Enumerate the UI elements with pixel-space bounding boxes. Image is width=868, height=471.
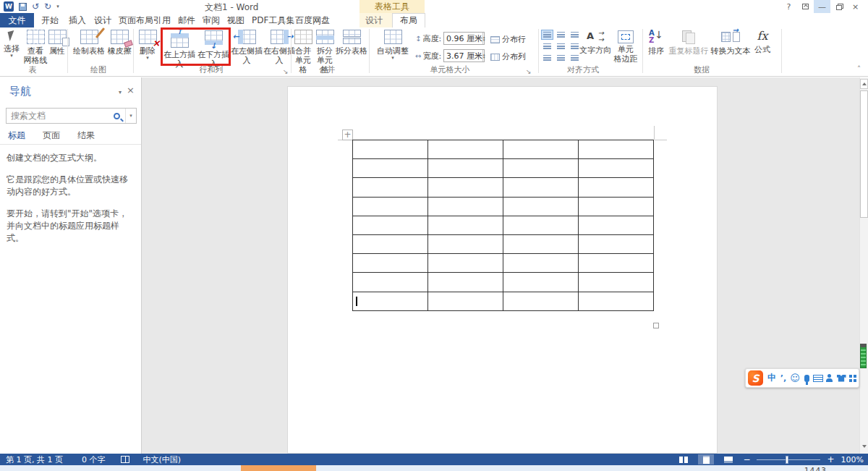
nav-tab-results[interactable]: 结果 — [77, 130, 95, 142]
collapse-ribbon-icon[interactable]: ˄ — [857, 65, 861, 73]
tab-references[interactable]: 引用 — [153, 13, 171, 27]
table-cell[interactable] — [503, 140, 579, 159]
ime-skin-icon[interactable] — [835, 370, 847, 386]
spin-down-icon[interactable]: ▾ — [483, 38, 485, 41]
table-cell[interactable] — [503, 254, 579, 273]
table-cell[interactable] — [579, 159, 654, 178]
tab-page-layout[interactable]: 页面布局 — [119, 13, 153, 27]
table-cell[interactable] — [428, 178, 503, 197]
cell-size-dialog-launcher-icon[interactable]: ↘ — [526, 68, 532, 75]
table-cell[interactable] — [503, 273, 579, 292]
print-layout-icon[interactable] — [698, 454, 714, 464]
tab-mailings[interactable]: 邮件 — [178, 13, 195, 27]
zoom-level[interactable]: 100% — [841, 455, 864, 464]
align-top-left-button[interactable] — [541, 30, 553, 40]
sort-button[interactable]: A Z ↓ 排序 — [645, 29, 667, 56]
tab-file[interactable]: 文件 — [0, 13, 34, 27]
table-cell[interactable] — [353, 178, 428, 197]
table-cell[interactable] — [353, 197, 428, 216]
text-direction-button[interactable]: A → → 文字方向 — [579, 29, 612, 55]
table-cell[interactable] — [503, 234, 579, 253]
table-cell[interactable] — [503, 292, 579, 310]
web-layout-icon[interactable] — [720, 454, 736, 464]
table-cell[interactable] — [428, 140, 503, 159]
convert-to-text-button[interactable]: → 转换为文本 — [710, 29, 751, 56]
scroll-down-icon[interactable] — [860, 441, 868, 451]
word-count[interactable]: 0 个字 — [82, 454, 106, 465]
table-move-handle[interactable]: + — [342, 130, 353, 140]
ime-dock-indicator[interactable] — [860, 344, 867, 368]
page-info[interactable]: 第 1 页, 共 1 页 — [6, 454, 63, 465]
table-cell[interactable] — [579, 178, 654, 197]
ribbon-display-options-icon[interactable] — [797, 0, 814, 13]
formula-button[interactable]: fx 公式 — [752, 29, 773, 54]
search-box[interactable]: ▾ — [6, 108, 137, 124]
ime-mode-icon[interactable]: 中 — [766, 370, 778, 386]
nav-tab-pages[interactable]: 页面 — [43, 130, 60, 142]
table-cell[interactable] — [428, 216, 503, 234]
nav-pane-close-icon[interactable]: × — [127, 85, 135, 96]
table-cell[interactable] — [353, 234, 428, 253]
insert-above-button[interactable]: ↑ 在上方插入 — [163, 29, 196, 69]
ime-voice-icon[interactable] — [801, 370, 812, 386]
table-cell[interactable] — [353, 216, 428, 234]
view-gridlines-button[interactable]: 查看 网格线 — [22, 29, 48, 65]
table-cell[interactable] — [428, 292, 503, 310]
zoom-slider[interactable] — [757, 459, 820, 460]
distribute-cols-button[interactable]: 分布列 — [490, 51, 526, 62]
draw-table-button[interactable]: 绘制表格 — [72, 29, 106, 56]
height-spinner[interactable]: ▴▾ — [482, 33, 485, 44]
vertical-scrollbar[interactable] — [859, 77, 868, 454]
table-cell[interactable] — [503, 159, 579, 178]
properties-button[interactable]: 属性 — [48, 29, 67, 56]
table-cell[interactable] — [503, 197, 579, 216]
table-cell[interactable] — [579, 254, 654, 273]
width-spinner[interactable]: ▴▾ — [482, 50, 485, 61]
table-cell[interactable] — [428, 159, 503, 178]
ime-emoji-icon[interactable]: ☺ — [789, 370, 801, 386]
save-icon[interactable] — [19, 3, 27, 11]
align-bottom-center-button[interactable] — [555, 53, 567, 63]
zoom-in-icon[interactable]: + — [827, 454, 834, 464]
scroll-up-icon[interactable] — [860, 79, 868, 89]
eraser-button[interactable]: 橡皮擦 — [106, 29, 132, 56]
table-cell[interactable] — [353, 292, 428, 310]
search-input[interactable] — [7, 111, 114, 121]
table-resize-handle[interactable] — [653, 323, 659, 328]
tab-review[interactable]: 审阅 — [203, 13, 220, 27]
table-cell[interactable] — [353, 254, 428, 273]
table-cell[interactable] — [579, 234, 654, 253]
table-cell[interactable] — [579, 292, 654, 310]
help-icon[interactable]: ? — [780, 0, 797, 13]
width-spinbox[interactable]: 3.67 厘米 ▴▾ — [443, 49, 485, 62]
proofing-icon[interactable] — [121, 456, 129, 463]
ime-toolbox-icon[interactable] — [847, 370, 859, 386]
tab-pdf-tools[interactable]: PDF工具集 — [252, 13, 294, 27]
language-indicator[interactable]: 中文(中国) — [142, 454, 181, 465]
tab-design[interactable]: 设计 — [94, 13, 111, 27]
table-cell[interactable] — [579, 140, 654, 159]
tab-home[interactable]: 开始 — [41, 13, 59, 27]
insert-below-button[interactable]: ↓ 在下方插入 — [197, 29, 230, 69]
sogou-logo-icon[interactable]: S — [748, 370, 763, 386]
search-options-icon[interactable]: ▾ — [125, 109, 136, 123]
table-cell[interactable] — [579, 273, 654, 292]
tab-view[interactable]: 视图 — [227, 13, 244, 27]
ime-keyboard-icon[interactable] — [812, 370, 824, 386]
nav-pane-options-icon[interactable]: ▾ — [119, 89, 122, 96]
table-cell[interactable] — [428, 273, 503, 292]
align-bottom-left-button[interactable] — [541, 53, 553, 63]
rows-cols-dialog-launcher-icon[interactable]: ↘ — [283, 68, 289, 75]
restore-button[interactable] — [830, 0, 847, 13]
align-center-button[interactable] — [555, 41, 567, 51]
cell-margins-button[interactable]: 单元 格边距 — [612, 29, 639, 64]
align-center-left-button[interactable] — [541, 41, 553, 51]
table-cell[interactable] — [428, 197, 503, 216]
nav-tab-headings[interactable]: 标题 — [8, 130, 25, 142]
undo-icon[interactable]: ↺ — [32, 1, 39, 12]
read-mode-icon[interactable] — [676, 454, 692, 464]
split-table-button[interactable]: 拆分表格 — [336, 29, 367, 56]
tab-table-design[interactable]: 设计 — [365, 13, 383, 27]
height-spinbox[interactable]: 0.96 厘米 ▴▾ — [443, 32, 485, 45]
select-button[interactable]: 选择 ▾ — [1, 29, 22, 59]
